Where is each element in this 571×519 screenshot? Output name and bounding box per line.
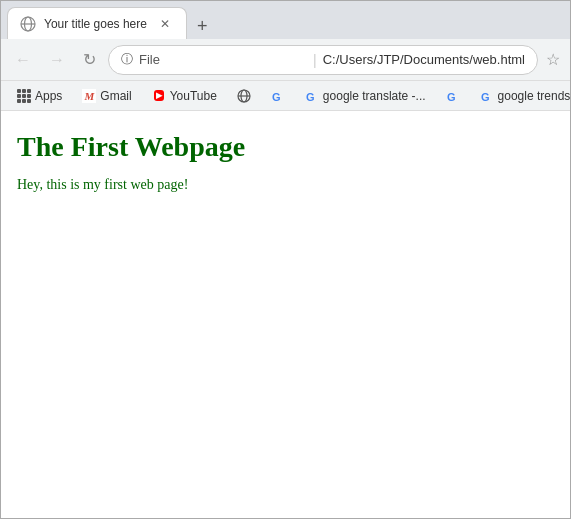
svg-text:G: G <box>306 91 315 103</box>
bookmark-apps-label: Apps <box>35 89 62 103</box>
tab-title: Your title goes here <box>44 17 148 31</box>
separator: | <box>313 52 317 68</box>
google-icon-3: G <box>446 89 460 103</box>
svg-text:G: G <box>481 91 490 103</box>
nav-bar: ← → ↻ ⓘ File | C:/Users/JTP/Documents/we… <box>1 39 570 81</box>
svg-text:G: G <box>272 91 281 103</box>
page-paragraph: Hey, this is my first web page! <box>17 177 554 193</box>
svg-text:G: G <box>447 91 456 103</box>
bookmark-google-translate-label: google translate -... <box>323 89 426 103</box>
bookmark-youtube-label: YouTube <box>170 89 217 103</box>
google-icon-1: G <box>271 89 285 103</box>
bookmark-google-trends-label: google trends - Go <box>498 89 570 103</box>
google-icon-2: G <box>305 89 319 103</box>
globe-icon <box>237 89 251 103</box>
bookmark-apps[interactable]: Apps <box>9 86 70 106</box>
bookmarks-bar: Apps M Gmail ▶ YouTube G <box>1 81 570 111</box>
bookmark-youtube[interactable]: ▶ YouTube <box>144 86 225 106</box>
back-button[interactable]: ← <box>9 47 37 73</box>
new-tab-button[interactable]: + <box>187 16 218 37</box>
bookmark-button[interactable]: ☆ <box>544 48 562 71</box>
bookmark-globe[interactable] <box>229 86 259 106</box>
bookmark-gmail[interactable]: M Gmail <box>74 86 139 106</box>
browser-window: Your title goes here ✕ + ← → ↻ ⓘ File | … <box>0 0 571 519</box>
google-icon-4: G <box>480 89 494 103</box>
gmail-icon: M <box>82 89 96 103</box>
bookmark-google1[interactable]: G <box>263 86 293 106</box>
refresh-button[interactable]: ↻ <box>77 46 102 73</box>
active-tab[interactable]: Your title goes here ✕ <box>7 7 187 39</box>
bookmark-google-trends[interactable]: G google trends - Go <box>472 86 570 106</box>
forward-button[interactable]: → <box>43 47 71 73</box>
youtube-icon: ▶ <box>152 89 166 103</box>
title-bar: Your title goes here ✕ + <box>1 1 570 39</box>
bookmark-gmail-label: Gmail <box>100 89 131 103</box>
bookmark-google2[interactable]: G <box>438 86 468 106</box>
address-bar[interactable]: ⓘ File | C:/Users/JTP/Documents/web.html <box>108 45 538 75</box>
page-content: The First Webpage Hey, this is my first … <box>1 111 570 518</box>
info-icon: ⓘ <box>121 51 133 68</box>
file-label: File <box>139 52 305 67</box>
apps-icon <box>17 89 31 103</box>
tab-favicon <box>20 16 36 32</box>
url-text: C:/Users/JTP/Documents/web.html <box>323 52 525 67</box>
tab-close-button[interactable]: ✕ <box>156 15 174 33</box>
page-heading: The First Webpage <box>17 131 554 163</box>
bookmark-google-translate[interactable]: G google translate -... <box>297 86 434 106</box>
